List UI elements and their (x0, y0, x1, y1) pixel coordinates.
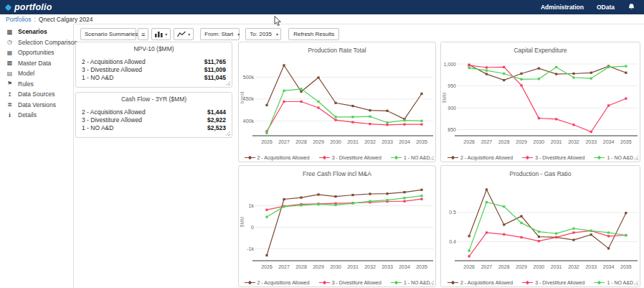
legend-item-1-no-a-d[interactable]: 1 - NO A&D (594, 155, 633, 160)
to-year-select[interactable]: To: 2035 ▾ (245, 28, 281, 40)
from-year-select-value: From: Start (204, 31, 233, 37)
svg-text:2030: 2030 (534, 264, 545, 269)
chart-legend: 2 - Acquisitions Allowed3 - Divestiture … (239, 150, 435, 164)
breadcrumb-current: Qnect Calgary 2024 (39, 16, 93, 23)
svg-text:2028: 2028 (295, 139, 307, 144)
svg-text:-1k: -1k (247, 246, 254, 251)
legend-item-2-acquisitions-allowed[interactable]: 2 - Acquisitions Allowed (245, 280, 310, 285)
svg-text:2028: 2028 (295, 264, 307, 269)
summary-card-rows: 2 - Acquisitions Allowed$1,4443 - Divest… (76, 103, 232, 131)
svg-text:2029: 2029 (516, 264, 527, 269)
top-nav: Administration OData (541, 3, 635, 11)
sidebar-item-opportunities[interactable]: ▦Opportunities (0, 47, 73, 58)
sidebar-item-model[interactable]: ▤Model (0, 68, 73, 79)
svg-text:1k: 1k (249, 203, 255, 208)
sidebar-item-selection-comparison[interactable]: ◷Selection Comparison (0, 37, 73, 48)
line-chart-type-select[interactable]: ▾ (174, 28, 194, 40)
svg-text:2029: 2029 (313, 264, 324, 269)
legend-label: 2 - Acquisitions Allowed (257, 155, 310, 160)
svg-text:2027: 2027 (278, 264, 290, 269)
svg-text:2026: 2026 (261, 264, 273, 269)
legend-label: 1 - NO A&D (607, 155, 633, 160)
chart-legend: 2 - Acquisitions Allowed3 - Divestiture … (441, 275, 640, 288)
notifications-button[interactable] (628, 3, 635, 11)
svg-text:0.5: 0.5 (449, 210, 456, 215)
sidebar-item-master-data[interactable]: ▩Master Data (0, 58, 73, 69)
legend-marker (448, 155, 458, 160)
menu-icon: ≡ (141, 31, 145, 38)
bar-chart-icon: ▥ (6, 29, 14, 35)
legend-item-3-divestiture-allowed[interactable]: 3 - Divestiture Allowed (319, 155, 382, 160)
svg-text:2030: 2030 (330, 264, 341, 269)
logo-icon (5, 4, 12, 11)
nav-administration[interactable]: Administration (541, 4, 584, 11)
legend-item-2-acquisitions-allowed[interactable]: 2 - Acquisitions Allowed (245, 155, 310, 160)
svg-text:2034: 2034 (603, 139, 615, 144)
summary-card-title: Cash Flow - 3YR ($MM) (76, 93, 232, 103)
breadcrumb-portfolios-link[interactable]: Portfolios (6, 16, 31, 23)
legend-marker (522, 155, 533, 160)
bar-chart-type-select[interactable]: ▾ (151, 28, 171, 40)
logo-text: portfolio (14, 2, 52, 12)
legend-marker (594, 280, 605, 285)
legend-marker (391, 155, 402, 160)
svg-text:2031: 2031 (551, 139, 562, 144)
legend-item-1-no-a-d[interactable]: 1 - NO A&D (391, 155, 430, 160)
refresh-results-button[interactable]: Refresh Results (288, 28, 339, 40)
sidebar-item-details[interactable]: ℹDetails (0, 110, 73, 121)
sidebar-item-label: Scenarios (18, 28, 47, 35)
legend-label: 3 - Divestiture Allowed (332, 280, 382, 285)
svg-text:2027: 2027 (481, 139, 493, 144)
legend-item-1-no-a-d[interactable]: 1 - NO A&D (594, 280, 633, 285)
svg-text:2033: 2033 (585, 264, 597, 269)
svg-text:2033: 2033 (382, 264, 393, 269)
chart-plot: 8509009501,000$MM20262027202820292030203… (441, 55, 640, 147)
summary-type-select[interactable]: Scenario Summaries ▾ (80, 28, 136, 40)
from-year-select[interactable]: From: Start ▾ (200, 28, 240, 40)
chart-legend: 2 - Acquisitions Allowed3 - Divestiture … (441, 150, 640, 164)
svg-text:900: 900 (448, 106, 456, 111)
legend-item-2-acquisitions-allowed[interactable]: 2 - Acquisitions Allowed (448, 155, 513, 160)
list-view-button[interactable]: ≡ (138, 28, 148, 40)
svg-text:500k: 500k (243, 75, 255, 80)
sidebar-item-label: Rules (18, 80, 34, 88)
legend-label: 3 - Divestiture Allowed (332, 155, 382, 160)
top-bar: portfolio Administration OData (0, 0, 644, 14)
content-divider (75, 24, 644, 24)
chart-plot: 400k450k500kboe/d20262027202820292030203… (239, 55, 435, 147)
legend-item-2-acquisitions-allowed[interactable]: 2 - Acquisitions Allowed (448, 280, 513, 285)
legend-label: 1 - NO A&D (404, 155, 430, 160)
legend-label: 1 - NO A&D (404, 280, 430, 285)
breadcrumb-separator: : (34, 16, 35, 23)
sidebar-item-data-sources[interactable]: ↥Data Sources (0, 89, 73, 100)
sidebar-item-scenarios[interactable]: ▥Scenarios (0, 27, 73, 37)
sidebar-item-rules[interactable]: ⚑Rules (0, 79, 73, 90)
svg-text:400k: 400k (243, 119, 255, 124)
sidebar-item-label: Model (18, 70, 34, 77)
chart-title: Free Cash Flow incl M&A (239, 166, 435, 179)
svg-text:2031: 2031 (551, 264, 562, 269)
to-year-select-value: To: 2035 (250, 31, 272, 37)
calculator-icon: ▤ (6, 70, 14, 77)
database-icon: ≣ (6, 101, 14, 108)
nav-odata[interactable]: OData (597, 4, 615, 11)
svg-text:2032: 2032 (568, 264, 579, 269)
legend-marker (522, 280, 533, 285)
legend-marker (594, 155, 605, 160)
legend-label: 2 - Acquisitions Allowed (460, 280, 513, 285)
sidebar-item-data-versions[interactable]: ≣Data Versions (0, 100, 73, 111)
svg-text:2026: 2026 (463, 139, 475, 144)
summary-row-1-no-a-d: 1 - NO A&D$11,045 (82, 74, 226, 82)
legend-item-3-divestiture-allowed[interactable]: 3 - Divestiture Allowed (522, 155, 584, 160)
summary-card-rows: 2 - Acquisitions Allowed$11,7653 - Dives… (76, 52, 232, 81)
legend-label: 2 - Acquisitions Allowed (257, 280, 310, 285)
legend-item-3-divestiture-allowed[interactable]: 3 - Divestiture Allowed (319, 280, 382, 285)
summary-row-value: $1,444 (207, 108, 226, 116)
legend-item-3-divestiture-allowed[interactable]: 3 - Divestiture Allowed (522, 280, 584, 285)
legend-item-1-no-a-d[interactable]: 1 - NO A&D (391, 280, 430, 285)
bell-icon (628, 3, 635, 11)
svg-text:$MM: $MM (240, 217, 245, 227)
svg-text:2031: 2031 (347, 139, 359, 144)
chart-legend: 2 - Acquisitions Allowed3 - Divestiture … (239, 275, 435, 288)
svg-text:950: 950 (448, 83, 456, 88)
